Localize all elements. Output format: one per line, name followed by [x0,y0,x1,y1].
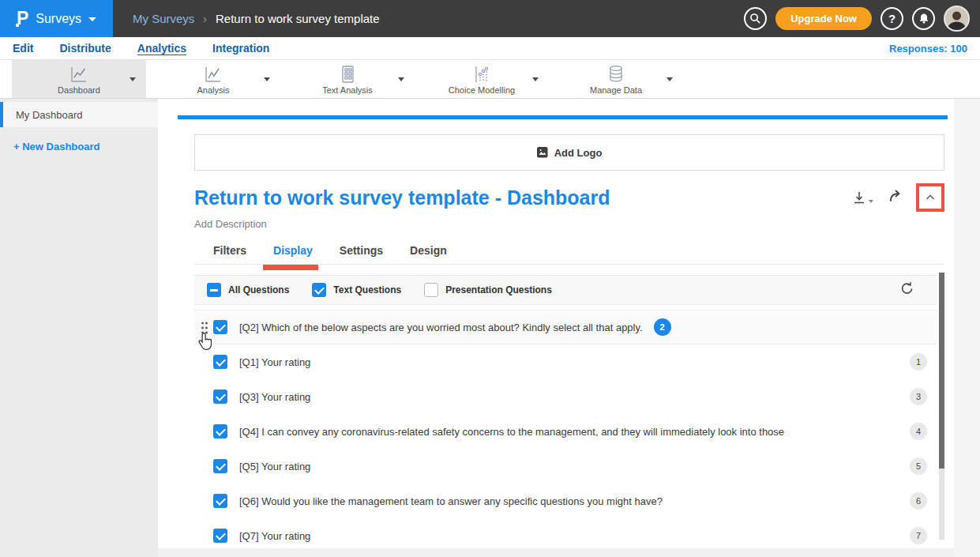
question-row[interactable]: [Q5] Your rating 5 [194,449,937,484]
sidebar-item-my-dashboard[interactable]: My Dashboard [0,102,158,127]
add-logo-button[interactable]: Add Logo [194,134,944,171]
toolbar-item-manage-data[interactable]: Manage Data [549,60,683,98]
checkbox-checked-icon[interactable] [213,529,227,543]
toolbar-item-text-analysis[interactable]: Text Analysis [280,60,415,98]
question-label: [Q7] Your rating [239,530,310,542]
dashboard-sidebar: My Dashboard + New Dashboard [0,99,158,557]
chevron-down-icon[interactable] [398,77,404,81]
download-button[interactable] [851,190,873,205]
toolbar-item-choice-modelling[interactable]: Choice Modelling [415,60,549,98]
filter-all-questions[interactable]: All Questions [207,283,289,297]
scatter-chart-icon [471,64,492,85]
checkbox-checked-icon[interactable] [213,390,227,404]
reset-icon [900,281,914,295]
add-description-field[interactable]: Add Description [194,218,954,230]
scrollbar-thumb[interactable] [939,273,944,469]
breadcrumb-separator: › [203,13,207,25]
chevron-down-icon [88,17,96,21]
bell-icon [918,13,929,24]
question-row[interactable]: [Q4] I can convey any coronavirus-relate… [194,414,937,449]
dashboard-panel: Add Logo Return to work survey template … [158,99,954,557]
dashboard-accent-bar [178,115,948,119]
toolbar-item-label: Choice Modelling [449,85,515,95]
search-button[interactable] [744,7,767,30]
chevron-down-icon[interactable] [264,77,270,81]
chevron-down-icon[interactable] [532,77,539,81]
question-label: [Q4] I can convey any coronavirus-relate… [239,426,784,438]
question-label: [Q6] Would you like the management team … [239,495,663,507]
tab-integration[interactable]: Integration [212,42,269,55]
dashboard-tabs: Filters Display Settings Design [194,244,944,265]
checkbox-checked-icon[interactable] [213,355,227,369]
notifications-button[interactable] [912,7,935,30]
chevron-down-icon [869,200,873,203]
analytics-toolbar: Dashboard Analysis Text Analysis Choice … [0,60,980,99]
breadcrumb-my-surveys[interactable]: My Surveys [133,12,194,25]
question-label: [Q5] Your rating [239,461,310,472]
breadcrumb-current: Return to work survey template [216,12,380,25]
checkbox-indeterminate-icon[interactable] [207,283,221,297]
checkbox-checked-icon[interactable] [213,320,227,334]
question-row[interactable]: [Q1] Your rating 1 [194,344,937,379]
tab-settings[interactable]: Settings [340,244,383,264]
checkbox-unchecked-icon[interactable] [424,283,438,297]
question-label: [Q1] Your rating [239,356,310,368]
toolbar-item-dashboard[interactable]: Dashboard [12,60,146,98]
question-label: [Q3] Your rating [239,391,310,403]
questionpro-logo-icon: P [17,9,28,28]
checkbox-checked-icon[interactable] [213,494,227,508]
collapse-header-button[interactable] [916,183,944,212]
survey-section-nav: Edit Distribute Analytics Integration Re… [0,37,980,60]
search-icon [749,13,761,24]
tab-edit[interactable]: Edit [13,42,33,55]
chevron-down-icon[interactable] [666,77,673,81]
filter-presentation-questions[interactable]: Presentation Questions [424,283,552,297]
text-grid-icon [337,64,358,85]
page-title[interactable]: Return to work survey template - Dashboa… [194,186,851,209]
drag-handle-icon[interactable] [201,321,208,335]
chevron-down-icon[interactable] [130,77,136,81]
question-order-badge: 7 [910,527,927,544]
tab-analytics[interactable]: Analytics [137,42,186,55]
question-order-badge: 6 [910,492,927,510]
upgrade-now-button[interactable]: Upgrade Now [775,7,872,30]
tab-filters[interactable]: Filters [213,244,246,264]
question-order-badge: 3 [910,388,927,405]
tab-design[interactable]: Design [410,244,447,264]
avatar[interactable] [944,6,970,32]
share-button[interactable] [888,188,905,207]
scrollbar-track[interactable] [939,273,944,540]
new-dashboard-button[interactable]: + New Dashboard [13,141,158,152]
question-order-badge: 5 [910,457,927,475]
filter-text-questions[interactable]: Text Questions [312,283,401,297]
responses-count: Responses: 100 [889,43,967,55]
question-label: [Q2] Which of the below aspects are you … [239,322,643,333]
analysis-chart-icon [203,64,223,85]
right-gutter [954,99,980,557]
toolbar-item-label: Dashboard [58,85,100,95]
tab-distribute[interactable]: Distribute [59,42,111,55]
question-order-badge: 2 [654,318,671,336]
top-bar-actions: Upgrade Now ? [744,6,980,32]
question-order-badge: 1 [910,353,927,371]
tab-display[interactable]: Display [273,244,313,264]
filter-label: Text Questions [333,284,401,295]
question-row[interactable]: [Q3] Your rating 3 [194,379,937,414]
database-icon [606,64,626,85]
checkbox-checked-icon[interactable] [213,424,227,438]
question-order-badge: 4 [910,423,927,440]
top-bar: P Surveys My Surveys › Return to work su… [0,0,980,37]
help-button[interactable]: ? [880,7,903,30]
question-list: [Q2] Which of the below aspects are you … [194,310,937,553]
toolbar-item-label: Manage Data [590,85,642,95]
checkbox-checked-icon[interactable] [213,459,227,473]
toolbar-item-analysis[interactable]: Analysis [146,60,280,98]
question-row[interactable]: [Q6] Would you like the management team … [194,484,937,518]
product-switcher[interactable]: P Surveys [0,0,113,37]
toolbar-item-label: Text Analysis [322,85,373,95]
question-row[interactable]: [Q2] Which of the below aspects are you … [194,310,937,344]
filter-label: Presentation Questions [445,284,552,295]
reset-order-button[interactable] [900,281,914,299]
checkbox-checked-icon[interactable] [312,283,326,297]
breadcrumb: My Surveys › Return to work survey templ… [133,12,380,25]
